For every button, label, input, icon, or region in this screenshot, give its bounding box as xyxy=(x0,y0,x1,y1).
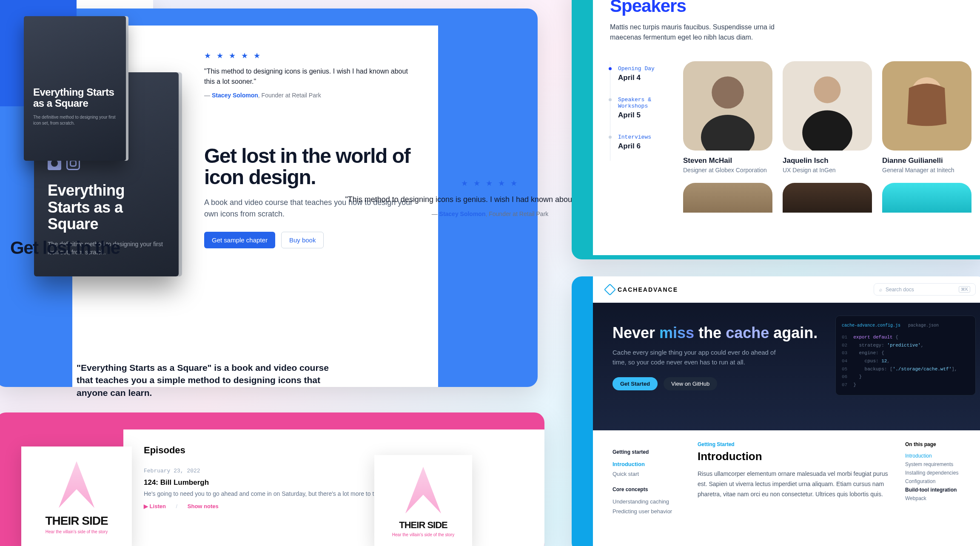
author-role: , Founder at Retail Park xyxy=(258,92,321,99)
book-description: "Everything Starts as a Square" is a boo… xyxy=(77,361,332,399)
hero-sub: Cache every single thing your app could … xyxy=(612,348,791,367)
square-outline-icon xyxy=(46,70,56,79)
podcast-cover: THEIR SIDE Hear the villain's side of th… xyxy=(374,455,472,546)
podcast-brand: THEIR SIDE xyxy=(399,520,447,531)
avatar xyxy=(882,61,971,151)
toc-item[interactable]: Configuration xyxy=(905,477,969,486)
brand-logo[interactable]: CACHEADVANCE xyxy=(606,285,678,294)
github-button[interactable]: View on GitHub xyxy=(664,377,717,390)
svg-point-0 xyxy=(712,77,744,109)
testimonial-quote: "This method to designing icons is geniu… xyxy=(204,66,417,87)
podcast-brand: THEIR SIDE xyxy=(45,514,108,528)
sidebar-item-caching[interactable]: Understanding caching xyxy=(612,497,681,506)
speaker-card[interactable]: Dianne Guilianelli General Manager at In… xyxy=(882,61,971,173)
search-input[interactable]: ⌕ Search docs ⌘K xyxy=(874,283,976,296)
code-tab[interactable]: package.json xyxy=(908,322,939,329)
timeline-item[interactable]: Interviews April 6 xyxy=(610,130,662,161)
content-paragraph: Risus ullamcorper elementum ornare males… xyxy=(698,469,888,499)
sidebar-item-quickstart[interactable]: Quick start xyxy=(612,469,681,479)
episodes-heading: Episodes xyxy=(144,445,524,456)
book-title: Everything Starts as a Square xyxy=(33,87,117,109)
speaker-card[interactable]: Jaquelin Isch UX Design at InGen xyxy=(783,61,872,173)
toc-item[interactable]: Build-tool integration xyxy=(905,486,969,494)
docs-site: CACHEADVANCE ⌕ Search docs ⌘K Never miss… xyxy=(572,276,980,546)
timeline-item[interactable]: Speakers & Workshops April 5 xyxy=(610,92,662,130)
code-tab[interactable]: cache-advance.config.js xyxy=(842,322,900,329)
sidebar-item-predicting[interactable]: Predicting user behavior xyxy=(612,506,681,516)
event-timeline: Opening Day April 4 Speakers & Workshops… xyxy=(610,61,662,213)
svg-point-1 xyxy=(701,115,755,151)
breadcrumb: Getting Started xyxy=(698,441,888,447)
search-icon: ⌕ xyxy=(879,287,882,293)
avatar xyxy=(783,183,872,213)
svg-point-2 xyxy=(814,77,841,103)
listen-button[interactable]: ▶ Listen xyxy=(144,503,166,509)
docs-sidebar: Getting started Introduction Quick start… xyxy=(612,441,681,516)
podcast-art-icon xyxy=(47,461,106,508)
podcast-tagline: Hear the villain's side of the story xyxy=(46,529,108,534)
table-of-contents: On this page Introduction System require… xyxy=(905,441,969,516)
toc-item[interactable]: Webpack xyxy=(905,494,969,503)
docs-header: CACHEADVANCE ⌕ Search docs ⌘K xyxy=(593,276,980,303)
logo-icon xyxy=(604,283,616,295)
toc-item[interactable]: System requirements xyxy=(905,460,969,469)
speakers-title: Speakers xyxy=(610,0,971,16)
author-name: Stacey Solomon xyxy=(212,92,258,99)
avatar xyxy=(683,61,772,151)
square-icon xyxy=(33,70,43,79)
star-rating: ★ ★ ★ ★ ★ xyxy=(204,51,417,60)
podcast-art-icon xyxy=(393,467,453,514)
podcast-tagline: Hear the villain's side of the story xyxy=(392,532,454,537)
get-started-button[interactable]: Get Started xyxy=(612,377,658,390)
timeline-item[interactable]: Opening Day April 4 xyxy=(610,61,662,92)
speakers-section: Speakers Mattis nec turpis mauris faucib… xyxy=(572,0,980,259)
avatar xyxy=(783,61,872,151)
svg-point-3 xyxy=(802,111,852,151)
docs-hero: Never miss the cache again. Cache every … xyxy=(593,303,980,430)
toc-item[interactable]: Introduction xyxy=(905,452,969,460)
docs-content: Getting Started Introduction Risus ullam… xyxy=(698,441,888,516)
testimonial-byline: — Stacey Solomon, Founder at Retail Park xyxy=(204,92,417,99)
sidebar-item-introduction[interactable]: Introduction xyxy=(612,459,681,469)
speakers-sub: Mattis nec turpis mauris faucibus. Suspe… xyxy=(610,22,789,43)
speaker-card[interactable]: Steven McHail Designer at Globex Corpora… xyxy=(683,61,772,173)
toc-item[interactable]: Installing dependencies xyxy=(905,469,969,477)
book-subtitle: The definitive method to designing your … xyxy=(33,114,117,126)
avatar xyxy=(683,183,772,213)
podcast-cover: THEIR SIDE Hear the villain's side of th… xyxy=(21,446,132,546)
page-title: Introduction xyxy=(698,450,888,463)
code-sample: cache-advance.config.js package.json 01e… xyxy=(835,316,976,395)
book-cover-small: Everything Starts as a Square The defini… xyxy=(24,16,126,161)
show-notes-link[interactable]: Show notes xyxy=(188,503,219,509)
avatar xyxy=(882,183,971,213)
kbd-shortcut: ⌘K xyxy=(959,286,970,293)
